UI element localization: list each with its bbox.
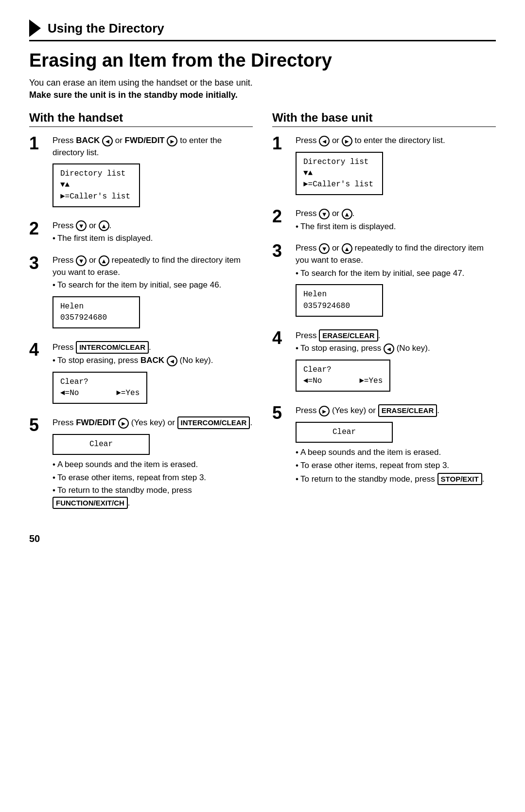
handset-step-5: 5 Press FWD/EDIT ► (Yes key) or INTERCOM…: [29, 416, 253, 510]
right-key-icon2: ►: [319, 406, 330, 416]
up-key-icon: ▲: [99, 220, 109, 231]
base-step-1-number: 1: [272, 135, 291, 152]
base-step-1-content: Press ◄ or ► to enter the directory list…: [296, 135, 496, 199]
handset-step-3-number: 3: [29, 254, 48, 272]
base-step-2-bullet: The first item is displayed.: [296, 221, 496, 233]
base-step-4-bullet: To stop erasing, press ◄ (No key).: [296, 343, 496, 355]
base-step-4: 4 Press ERASE/CLEAR. To stop erasing, pr…: [272, 329, 496, 396]
key-fwdedit-label: FWD/EDIT: [125, 136, 165, 145]
header-title: Using the Directory: [48, 21, 164, 36]
handset-step-5-bullet3: To return to the standby mode, press FUN…: [52, 485, 253, 509]
base-step-5-screen: Clear: [296, 422, 393, 443]
base-step-3-screen: Helen 0357924680: [296, 284, 383, 316]
base-step-3-bullet: To search for the item by initial, see p…: [296, 268, 496, 280]
handset-step-5-bullet1: A beep sounds and the item is erased.: [52, 459, 253, 471]
header-arrow-icon: [29, 19, 41, 37]
base-unit-column: With the base unit 1 Press ◄ or ► to ent…: [272, 111, 496, 519]
content-columns: With the handset 1 Press BACK ◄ or FWD/E…: [29, 111, 496, 519]
handset-step-4: 4 Press INTERCOM/CLEAR. To stop erasing,…: [29, 341, 253, 408]
base-step-3-number: 3: [272, 242, 291, 260]
header-rule: [29, 40, 496, 41]
handset-col-title: With the handset: [29, 111, 253, 127]
handset-step-2-content: Press ▼ or ▲. The first item is displaye…: [52, 220, 253, 246]
base-step-4-screen: Clear? ◄=No ►=Yes: [296, 360, 390, 392]
right-key-icon: ►: [342, 136, 352, 146]
back-key-icon2: ◄: [167, 356, 177, 366]
handset-step-3-content: Press ▼ or ▲ repeatedly to find the dire…: [52, 254, 253, 332]
handset-step-2-number: 2: [29, 220, 48, 237]
base-step-3-content: Press ▼ or ▲ repeatedly to find the dire…: [296, 242, 496, 320]
handset-step-5-bullet2: To erase other items, repeat from step 3…: [52, 472, 253, 484]
base-step-5-bullet1: A beep sounds and the item is erased.: [296, 447, 496, 459]
handset-step-3: 3 Press ▼ or ▲ repeatedly to find the di…: [29, 254, 253, 332]
back-key-icon: ◄: [102, 136, 113, 146]
base-step-5-bullet2: To erase other items, repeat from step 3…: [296, 460, 496, 472]
handset-step-1: 1 Press BACK ◄ or FWD/EDIT ► to enter th…: [29, 135, 253, 211]
key-back-label: BACK: [76, 136, 100, 145]
functionexitch-key: FUNCTION/EXIT/CH: [52, 497, 128, 509]
handset-step-5-screen: Clear: [52, 434, 150, 455]
eraseclear-key2: ERASE/CLEAR: [378, 404, 438, 417]
stopexit-key: STOP/EXIT: [438, 473, 482, 486]
base-step-2: 2 Press ▼ or ▲. The first item is displa…: [272, 208, 496, 234]
down-key-icon4: ▼: [319, 243, 330, 254]
handset-step-5-number: 5: [29, 416, 48, 434]
handset-step-4-number: 4: [29, 341, 48, 359]
handset-step-4-bullet: To stop erasing, press BACK ◄ (No key).: [52, 355, 253, 367]
base-step-4-number: 4: [272, 329, 291, 347]
handset-step-2-bullet: The first item is displayed.: [52, 233, 253, 245]
base-step-2-content: Press ▼ or ▲. The first item is displaye…: [296, 208, 496, 234]
eraseclear-key: ERASE/CLEAR: [319, 329, 378, 342]
base-step-2-number: 2: [272, 208, 291, 225]
page-title: Erasing an Item from the Directory: [29, 50, 496, 71]
handset-step-4-screen: Clear? ◄=No ►=Yes: [52, 372, 147, 404]
handset-column: With the handset 1 Press BACK ◄ or FWD/E…: [29, 111, 253, 519]
header-section: Using the Directory: [29, 19, 496, 37]
handset-step-2: 2 Press ▼ or ▲. The first item is displa…: [29, 220, 253, 246]
down-key-icon3: ▼: [319, 209, 330, 219]
intro-line2: Make sure the unit is in the standby mod…: [29, 90, 496, 100]
base-step-5-bullet3: To return to the standby mode, press STO…: [296, 473, 496, 486]
base-step-1: 1 Press ◄ or ► to enter the directory li…: [272, 135, 496, 199]
page-number: 50: [29, 533, 496, 544]
handset-step-3-screen: Helen 0357924680: [52, 296, 140, 328]
handset-step-1-number: 1: [29, 135, 48, 152]
handset-step-4-content: Press INTERCOM/CLEAR. To stop erasing, p…: [52, 341, 253, 408]
up-key-icon2: ▲: [99, 255, 109, 266]
base-step-4-content: Press ERASE/CLEAR. To stop erasing, pres…: [296, 329, 496, 396]
handset-step-1-content: Press BACK ◄ or FWD/EDIT ► to enter the …: [52, 135, 253, 211]
handset-step-5-content: Press FWD/EDIT ► (Yes key) or INTERCOM/C…: [52, 416, 253, 510]
down-key-icon: ▼: [76, 220, 87, 231]
intercomclear-key2: INTERCOM/CLEAR: [177, 416, 250, 429]
down-key-icon2: ▼: [76, 255, 87, 266]
left-key-icon: ◄: [319, 136, 330, 146]
base-step-1-screen: Directory list ▼▲ ►=Caller's list: [296, 152, 383, 196]
fwdedit-key-icon: ►: [167, 136, 177, 146]
fwdedit-key-icon2: ►: [118, 418, 129, 429]
base-step-3: 3 Press ▼ or ▲ repeatedly to find the di…: [272, 242, 496, 320]
handset-step-3-bullet: To search for the item by initial, see p…: [52, 279, 253, 291]
handset-step-1-screen: Directory list ▼▲ ►=Caller's list: [52, 163, 140, 207]
base-col-title: With the base unit: [272, 111, 496, 127]
left-key-icon2: ◄: [384, 343, 394, 354]
intro-line1: You can erase an item using the handset …: [29, 78, 496, 88]
intercomclear-key: INTERCOM/CLEAR: [76, 341, 149, 354]
base-step-5-content: Press ► (Yes key) or ERASE/CLEAR. Clear …: [296, 404, 496, 486]
base-step-5-number: 5: [272, 404, 291, 422]
up-key-icon4: ▲: [342, 243, 352, 254]
up-key-icon3: ▲: [342, 209, 352, 219]
base-step-5: 5 Press ► (Yes key) or ERASE/CLEAR. Clea…: [272, 404, 496, 486]
